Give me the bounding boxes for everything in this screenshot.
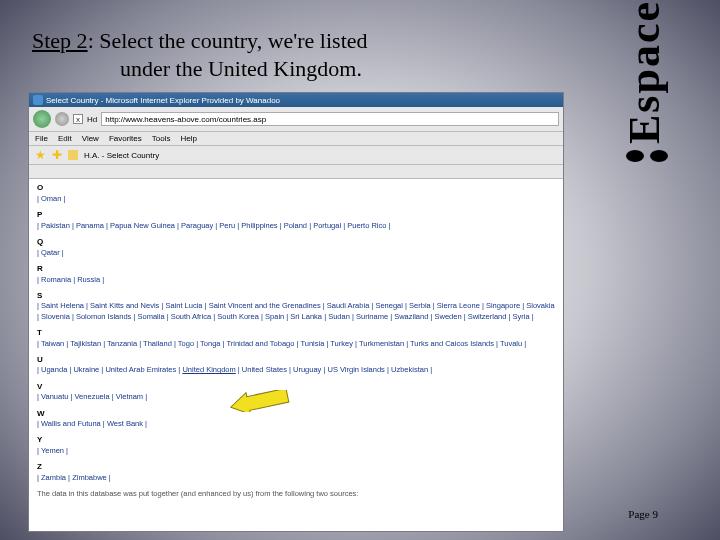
menu-view[interactable]: View <box>82 134 99 143</box>
tab-strip <box>29 165 563 179</box>
page-number: Page 9 <box>628 508 658 520</box>
back-button[interactable] <box>33 110 51 128</box>
letter-heading: O <box>37 183 555 194</box>
menu-tools[interactable]: Tools <box>152 134 171 143</box>
address-label: Hd <box>87 115 97 124</box>
menu-file[interactable]: File <box>35 134 48 143</box>
country-list[interactable]: | Romania | Russia | <box>37 275 555 285</box>
slide-title-line1: Step 2: Select the country, we're listed <box>32 28 368 54</box>
espace-logo-icons <box>626 150 668 162</box>
country-list[interactable]: | Taiwan | Tajikistan | Tanzania | Thail… <box>37 339 555 349</box>
stop-icon[interactable]: X <box>73 114 83 124</box>
group-s: S | Saint Helena | Saint Kitts and Nevis… <box>37 291 555 322</box>
group-u: U | Uganda | Ukraine | United Arab Emira… <box>37 355 555 376</box>
country-list[interactable]: | Zambia | Zimbabwe | <box>37 473 555 483</box>
group-y: Y | Yemen | <box>37 435 555 456</box>
add-fav-icon[interactable]: ✚ <box>52 148 62 162</box>
group-v: V | Vanuatu | Venezuela | Vietnam | <box>37 382 555 403</box>
menu-edit[interactable]: Edit <box>58 134 72 143</box>
tab-label[interactable]: H.A. - Select Country <box>84 151 159 160</box>
country-list[interactable]: | Wallis and Futuna | West Bank | <box>37 419 555 429</box>
letter-heading: S <box>37 291 555 302</box>
group-t: T | Taiwan | Tajikistan | Tanzania | Tha… <box>37 328 555 349</box>
slide-title-line2: under the United Kingdom. <box>120 56 362 82</box>
letter-heading: Z <box>37 462 555 473</box>
favorites-star-icon[interactable]: ★ <box>35 148 46 162</box>
u-before[interactable]: | Uganda | Ukraine | United Arab Emirate… <box>37 365 182 374</box>
browser-favbar[interactable]: ★ ✚ H.A. - Select Country <box>29 146 563 165</box>
letter-heading: U <box>37 355 555 366</box>
menu-help[interactable]: Help <box>180 134 196 143</box>
home-icon[interactable] <box>68 150 78 160</box>
ie-icon <box>33 95 43 105</box>
letter-heading: P <box>37 210 555 221</box>
group-p: P | Pakistan | Panama | Papua New Guinea… <box>37 210 555 231</box>
browser-toolbar[interactable]: X Hd <box>29 107 563 132</box>
window-title: Select Country - Microsoft Internet Expl… <box>46 96 280 105</box>
logo-icon <box>650 150 668 162</box>
title-text: : Select the country, we're listed <box>88 28 368 53</box>
forward-button[interactable] <box>55 112 69 126</box>
footer-text: The data in this database was put togeth… <box>37 489 555 499</box>
country-list[interactable]: | Pakistan | Panama | Papua New Guinea |… <box>37 221 555 231</box>
link-united-kingdom[interactable]: United Kingdom <box>182 365 235 374</box>
group-z: Z | Zambia | Zimbabwe | <box>37 462 555 483</box>
espace-logo-text: Espace <box>619 0 670 144</box>
country-list[interactable]: | Qatar | <box>37 248 555 258</box>
group-w: W | Wallis and Futuna | West Bank | <box>37 409 555 430</box>
letter-heading: T <box>37 328 555 339</box>
browser-titlebar: Select Country - Microsoft Internet Expl… <box>29 93 563 107</box>
browser-window: Select Country - Microsoft Internet Expl… <box>28 92 564 532</box>
logo-icon <box>626 150 644 162</box>
u-after[interactable]: | United States | Uruguay | US Virgin Is… <box>236 365 432 374</box>
country-list[interactable]: | Saint Helena | Saint Kitts and Nevis |… <box>37 301 555 321</box>
country-list[interactable]: | Vanuatu | Venezuela | Vietnam | <box>37 392 555 402</box>
letter-heading: R <box>37 264 555 275</box>
letter-heading: Q <box>37 237 555 248</box>
browser-menu[interactable]: File Edit View Favorites Tools Help <box>29 132 563 146</box>
letter-heading: W <box>37 409 555 420</box>
group-o: O | Oman | <box>37 183 555 204</box>
step-label: Step 2 <box>32 28 88 53</box>
letter-heading: V <box>37 382 555 393</box>
country-list-u[interactable]: | Uganda | Ukraine | United Arab Emirate… <box>37 365 555 375</box>
country-list[interactable]: | Oman | <box>37 194 555 204</box>
letter-heading: Y <box>37 435 555 446</box>
menu-favorites[interactable]: Favorites <box>109 134 142 143</box>
page-content: O | Oman | P | Pakistan | Panama | Papua… <box>29 179 563 503</box>
country-list[interactable]: | Yemen | <box>37 446 555 456</box>
group-q: Q | Qatar | <box>37 237 555 258</box>
address-bar[interactable] <box>101 112 559 126</box>
group-r: R | Romania | Russia | <box>37 264 555 285</box>
